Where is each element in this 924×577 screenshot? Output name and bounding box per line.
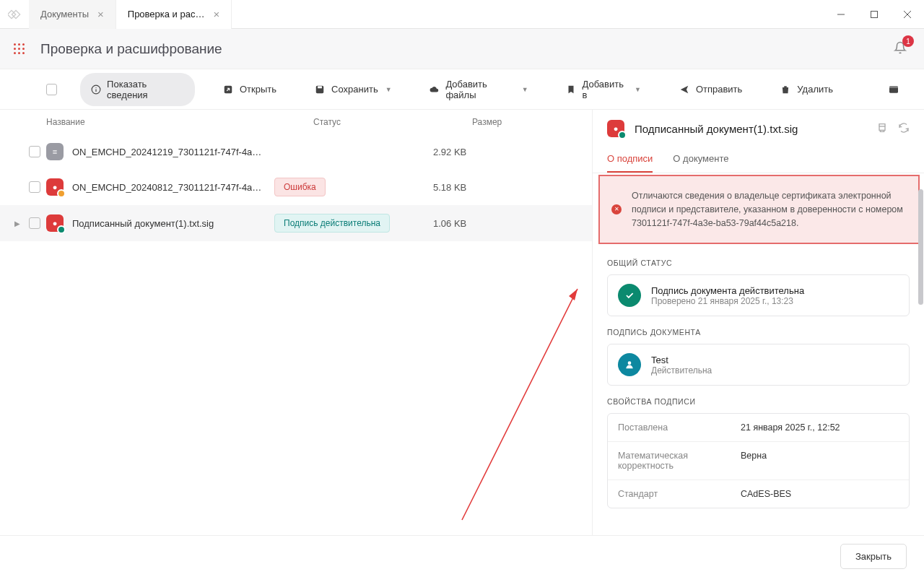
file-type-icon: ≡: [46, 143, 64, 160]
tab-label: Документы: [40, 9, 89, 19]
file-type-icon: ●: [46, 214, 64, 232]
column-size-header[interactable]: Размер: [472, 117, 530, 127]
add-to-button[interactable]: Добавить в ▼: [556, 73, 651, 106]
column-status-header[interactable]: Статус: [313, 117, 472, 127]
trash-icon: [780, 84, 791, 95]
tab-about-signature[interactable]: О подписи: [607, 147, 653, 173]
file-type-icon: ●: [46, 178, 64, 196]
status-badge: Подпись действительна: [274, 214, 390, 233]
close-button[interactable]: Закрыть: [840, 544, 907, 569]
svg-rect-11: [889, 86, 898, 88]
tab-verify[interactable]: Проверка и рас… ×: [116, 0, 232, 29]
panel-icon: [888, 84, 899, 95]
file-row[interactable]: ▶ ● Подписанный документ(1).txt.sig Подп…: [0, 205, 592, 241]
save-icon: [314, 84, 326, 95]
cloud-icon: [430, 84, 440, 95]
check-icon: [618, 284, 641, 307]
save-button[interactable]: Сохранить ▼: [304, 78, 402, 101]
row-checkbox[interactable]: [29, 181, 40, 193]
file-type-icon: ●: [607, 120, 624, 137]
app-menu-icon[interactable]: [9, 39, 29, 59]
close-icon[interactable]: ×: [97, 9, 104, 19]
signature-properties: Поставлена21 января 2025 г., 12:52 Матем…: [607, 413, 910, 508]
tab-documents[interactable]: Документы ×: [29, 0, 116, 29]
person-icon: [618, 353, 641, 376]
row-checkbox[interactable]: [29, 146, 40, 157]
print-icon[interactable]: [876, 122, 888, 136]
send-icon: [679, 84, 690, 95]
chevron-down-icon: ▼: [635, 86, 641, 93]
file-size: 2.92 KB: [433, 147, 505, 157]
close-window-icon[interactable]: [891, 0, 924, 29]
overall-status-card: Подпись документа действительна Проверен…: [607, 274, 910, 316]
section-label: СВОЙСТВА ПОДПИСИ: [607, 397, 910, 406]
file-name: Подписанный документ(1).txt.sig: [72, 218, 274, 229]
svg-rect-9: [318, 86, 322, 88]
file-name: ON_EMCHD_20240812_7301121f-747f-4a3…: [72, 182, 274, 193]
detail-title: Подписанный документ(1).txt.sig: [635, 123, 866, 135]
warning-badge-icon: [57, 189, 66, 198]
notifications-button[interactable]: 1: [891, 38, 910, 59]
tab-label: Проверка и рас…: [128, 9, 205, 19]
file-size: 5.18 KB: [433, 182, 505, 193]
send-button[interactable]: Отправить: [668, 78, 752, 101]
maximize-icon[interactable]: [858, 0, 891, 29]
expand-icon[interactable]: ▶: [14, 220, 29, 227]
add-files-button[interactable]: Добавить файлы ▼: [419, 73, 539, 106]
show-info-button[interactable]: Показать сведения: [80, 73, 195, 106]
file-name: ON_EMCHD_20241219_7301121f-747f-4a3…: [72, 147, 274, 157]
file-row[interactable]: ● ON_EMCHD_20240812_7301121f-747f-4a3… О…: [0, 169, 592, 205]
chevron-down-icon: ▼: [385, 86, 392, 93]
select-all-checkbox[interactable]: [46, 84, 57, 95]
delete-button[interactable]: Удалить: [770, 78, 843, 101]
page-title: Проверка и расшифрование: [40, 41, 222, 57]
open-button[interactable]: Открыть: [212, 78, 287, 101]
section-label: ОБЩИЙ СТАТУС: [607, 259, 910, 267]
status-badge: Ошибка: [274, 178, 326, 196]
panel-toggle-button[interactable]: [878, 78, 910, 101]
info-icon: [90, 84, 101, 95]
ok-badge-icon: [57, 225, 66, 234]
file-row[interactable]: ≡ ON_EMCHD_20241219_7301121f-747f-4a3… 2…: [0, 134, 592, 169]
scrollbar[interactable]: [918, 189, 923, 305]
svg-point-13: [628, 362, 632, 365]
error-alert: Отличаются сведения о владельце сертифик…: [598, 175, 920, 244]
section-label: ПОДПИСЬ ДОКУМЕНТА: [607, 328, 910, 337]
notification-badge: 1: [902, 35, 914, 47]
file-list: Название Статус Размер ≡ ON_EMCHD_202412…: [0, 110, 592, 535]
row-checkbox[interactable]: [29, 217, 40, 229]
bookmark-icon: [566, 84, 577, 95]
tab-about-document[interactable]: О документе: [673, 147, 728, 173]
chevron-down-icon: ▼: [522, 86, 528, 93]
open-icon: [222, 84, 234, 95]
refresh-icon[interactable]: [898, 122, 910, 136]
minimize-icon[interactable]: [824, 0, 858, 29]
app-logo-icon: [0, 8, 29, 21]
close-icon[interactable]: ×: [213, 9, 219, 19]
ok-badge-icon: [618, 131, 627, 139]
signer-card[interactable]: Test Действительна: [607, 344, 910, 386]
file-size: 1.06 KB: [433, 218, 505, 229]
detail-panel: ● Подписанный документ(1).txt.sig О подп…: [592, 110, 924, 535]
column-name-header[interactable]: Название: [46, 117, 313, 127]
svg-rect-12: [879, 126, 885, 130]
svg-rect-3: [871, 11, 878, 17]
